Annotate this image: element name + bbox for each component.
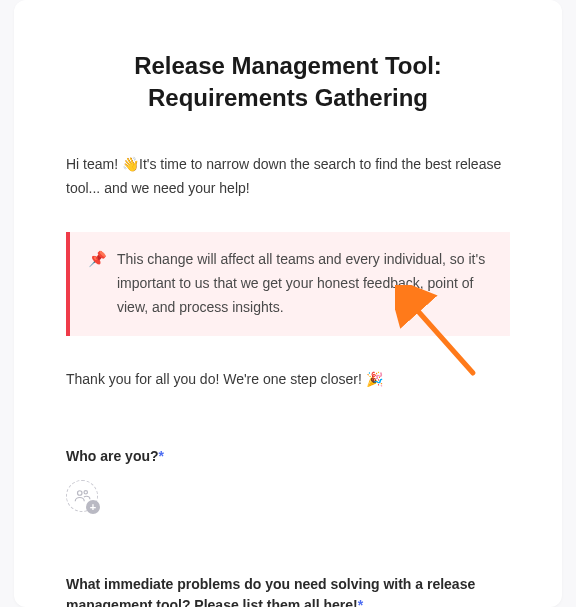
intro-prefix: Hi team! [66, 156, 122, 172]
question-problems: What immediate problems do you need solv… [66, 574, 510, 607]
form-card: Release Management Tool: Requirements Ga… [14, 0, 562, 607]
page-title: Release Management Tool: Requirements Ga… [66, 50, 510, 115]
thanks-text: Thank you for all you do! We're one step… [66, 368, 510, 390]
question-problems-label: What immediate problems do you need solv… [66, 574, 510, 607]
people-picker[interactable]: + [66, 480, 98, 512]
callout-box: 📌 This change will affect all teams and … [66, 232, 510, 335]
intro-text: Hi team! 👋It's time to narrow down the s… [66, 153, 510, 201]
question-problems-label-text: What immediate problems do you need solv… [66, 576, 475, 607]
pin-icon: 📌 [88, 248, 107, 319]
plus-icon: + [86, 500, 100, 514]
wave-icon: 👋 [122, 156, 139, 172]
question-who-label: Who are you?* [66, 446, 510, 466]
required-star: * [159, 448, 164, 464]
required-star: * [358, 597, 363, 607]
thanks-prefix: Thank you for all you do! We're one step… [66, 371, 366, 387]
party-icon: 🎉 [366, 371, 383, 387]
callout-text: This change will affect all teams and ev… [117, 248, 490, 319]
svg-point-0 [78, 491, 83, 496]
svg-point-1 [84, 491, 87, 494]
question-who-label-text: Who are you? [66, 448, 159, 464]
question-who: Who are you?* + [66, 446, 510, 512]
